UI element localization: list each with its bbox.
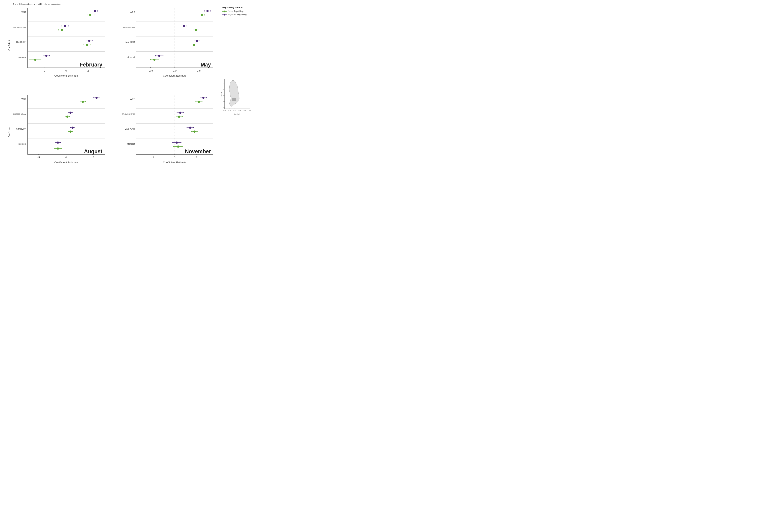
svg-text:-5: -5 [37, 156, 40, 159]
svg-text:Intercept: Intercept [18, 56, 26, 58]
svg-text:CRCM5-UQAM: CRCM5-UQAM [122, 113, 135, 115]
svg-text:CRCM5-UQAM: CRCM5-UQAM [13, 26, 26, 28]
svg-point-130 [70, 112, 72, 114]
svg-text:CRCM5-UQAM: CRCM5-UQAM [13, 113, 26, 115]
legend-item-bayesian: Bayesian Regridding [222, 13, 252, 16]
legend-box: Regridding Method Naive Regridding Bayes… [220, 4, 254, 19]
svg-text:CanRCM4: CanRCM4 [16, 128, 26, 130]
svg-text:-114: -114 [249, 110, 251, 111]
svg-text:-116: -116 [243, 110, 246, 111]
svg-point-207 [224, 14, 225, 15]
svg-point-20 [94, 10, 96, 12]
naive-label: Naive Regridding [228, 10, 243, 12]
svg-text:WRF: WRF [21, 11, 26, 13]
svg-point-44 [45, 55, 47, 57]
svg-text:CanRCM4: CanRCM4 [16, 41, 26, 43]
map-svg: 34 36 38 40 42 -124 -122 -120 -118 -116 [220, 21, 254, 173]
august-y-label: Coefficient [8, 127, 10, 137]
svg-text:November: November [185, 148, 211, 154]
svg-point-205 [224, 11, 225, 12]
svg-point-95 [158, 55, 160, 57]
svg-text:38: 38 [223, 95, 224, 96]
bayesian-label: Bayesian Regridding [228, 13, 246, 16]
svg-text:0: 0 [174, 156, 175, 159]
main-container: β̂ and 95% confidence or credible interv… [0, 0, 257, 177]
svg-text:-124: -124 [223, 110, 226, 111]
svg-point-126 [82, 101, 84, 103]
svg-text:2.5: 2.5 [197, 69, 201, 72]
svg-text:42: 42 [223, 83, 224, 84]
svg-point-24 [89, 14, 91, 16]
svg-point-75 [201, 14, 203, 16]
svg-text:0: 0 [65, 156, 67, 159]
svg-text:5: 5 [93, 156, 94, 159]
svg-text:2: 2 [196, 156, 197, 159]
svg-point-173 [202, 97, 204, 99]
bayesian-legend-icon [222, 14, 227, 16]
svg-text:WRF: WRF [130, 11, 135, 13]
svg-point-197 [176, 141, 178, 143]
svg-text:Coefficient Estimate: Coefficient Estimate [54, 161, 78, 164]
svg-text:-118: -118 [238, 110, 241, 111]
november-svg: -2 0 2 WRF CRCM5-UQAM CanRCM4 Intercept [122, 90, 218, 170]
svg-point-40 [86, 44, 88, 46]
svg-point-91 [193, 44, 195, 46]
svg-point-138 [72, 127, 74, 129]
svg-point-150 [57, 147, 59, 149]
top-row: β̂ and 95% confidence or credible interv… [2, 2, 219, 89]
svg-text:Intercept: Intercept [126, 56, 135, 58]
svg-text:Coefficient Estimate: Coefficient Estimate [163, 74, 186, 77]
svg-point-79 [183, 25, 185, 27]
august-panel: Coefficient -5 0 [2, 89, 111, 176]
svg-text:-122: -122 [228, 110, 231, 111]
svg-point-71 [206, 10, 208, 12]
svg-point-185 [178, 116, 180, 118]
svg-point-122 [95, 97, 97, 99]
svg-text:Coefficient Estimate: Coefficient Estimate [163, 161, 186, 164]
svg-point-177 [198, 101, 200, 103]
legend-title: Regridding Method [222, 6, 252, 9]
svg-point-99 [153, 59, 155, 61]
svg-text:-2: -2 [43, 69, 45, 72]
august-svg: -5 0 5 WRF CRCM5-UQAM CanRCM4 Intercept [13, 90, 110, 170]
svg-text:WRF: WRF [21, 98, 26, 100]
svg-text:Intercept: Intercept [18, 142, 26, 145]
map-lat-label: Latitude [221, 91, 222, 96]
svg-text:-2: -2 [152, 156, 154, 159]
svg-text:CanRCM4: CanRCM4 [125, 128, 135, 130]
svg-text:36: 36 [223, 101, 224, 102]
svg-point-146 [57, 141, 59, 143]
svg-point-193 [194, 131, 196, 133]
svg-point-134 [66, 116, 68, 118]
svg-point-189 [189, 127, 191, 129]
svg-text:-2.5: -2.5 [148, 69, 153, 72]
legend-item-naive: Naive Regridding [222, 10, 252, 12]
svg-point-142 [70, 131, 72, 133]
may-svg: -2.5 0.0 2.5 WRF CRCM5-UQAM CanRCM4 Inte… [122, 3, 218, 83]
november-panel: -2 0 2 WRF CRCM5-UQAM CanRCM4 Intercept [111, 89, 219, 176]
svg-text:August: August [84, 148, 102, 154]
svg-text:2: 2 [87, 69, 89, 72]
svg-text:0: 0 [65, 69, 67, 72]
svg-text:Coefficient Estimate: Coefficient Estimate [54, 74, 78, 77]
svg-point-87 [196, 40, 198, 42]
february-y-label: Coefficient [8, 40, 10, 51]
naive-legend-icon [222, 10, 227, 12]
svg-text:40: 40 [223, 89, 224, 90]
svg-text:CRCM5-UQAM: CRCM5-UQAM [122, 26, 135, 28]
right-panel: Regridding Method Naive Regridding Bayes… [219, 2, 255, 175]
svg-point-32 [61, 29, 63, 31]
svg-point-28 [64, 25, 66, 27]
svg-text:-120: -120 [233, 110, 236, 111]
svg-point-36 [88, 40, 90, 42]
svg-point-83 [195, 29, 197, 31]
svg-text:Intercept: Intercept [126, 142, 135, 145]
plots-area: β̂ and 95% confidence or credible interv… [2, 2, 219, 175]
february-panel: β̂ and 95% confidence or credible interv… [2, 2, 111, 89]
may-panel: -2.5 0.0 2.5 WRF CRCM5-UQAM CanRCM4 Inte… [111, 2, 219, 89]
svg-text:May: May [201, 62, 211, 68]
svg-text:34: 34 [223, 106, 224, 108]
february-svg: -2 0 2 WRF CRCM5-UQAM CanRCM4 Intercept [13, 3, 110, 83]
highlighted-region [232, 98, 236, 101]
main-title: β̂ and 95% confidence or credible interv… [13, 3, 61, 5]
